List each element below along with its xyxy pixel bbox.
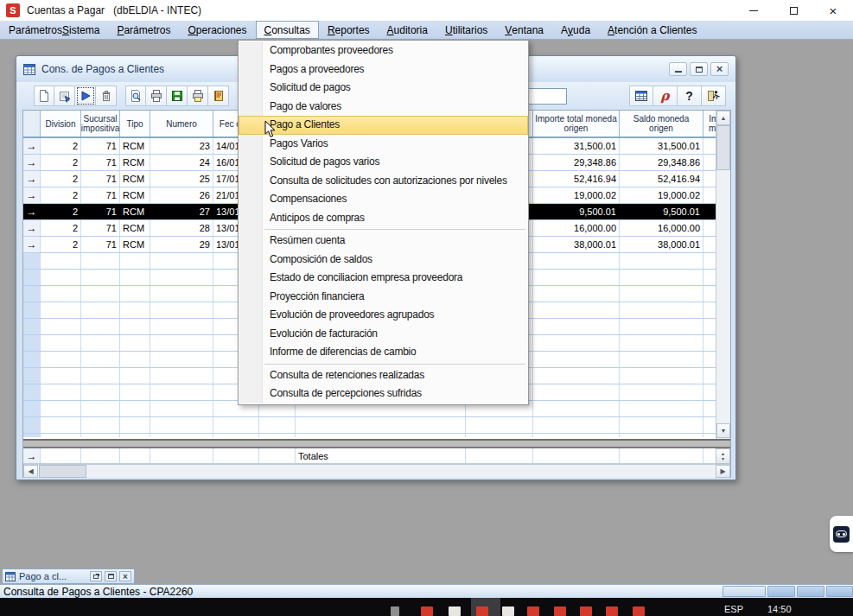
minimize-button[interactable] bbox=[734, 0, 773, 21]
menu-item-compensaciones[interactable]: Compensaciones bbox=[239, 190, 528, 209]
scroll-down-button[interactable]: ▼ bbox=[716, 423, 730, 438]
cell-importe bbox=[533, 319, 620, 334]
menu-atencion-a-clientes[interactable]: Atención a Clientes bbox=[599, 21, 705, 39]
taskbar-icon-stub[interactable] bbox=[606, 606, 618, 616]
new-document-button[interactable] bbox=[34, 86, 54, 106]
scroll-left-button[interactable]: ◀ bbox=[23, 465, 38, 478]
menu-parametros-sistema[interactable]: Parámetros Sistema bbox=[0, 21, 108, 39]
taskbar-icon-stub[interactable] bbox=[449, 606, 461, 616]
cell-sucursal: 71 bbox=[81, 171, 120, 187]
cell-saldo bbox=[620, 368, 703, 384]
table-row[interactable]: →Totales bbox=[23, 448, 716, 464]
menu-item-anticipos-de-compras[interactable]: Anticipos de compras bbox=[239, 209, 528, 228]
print-setup-button[interactable] bbox=[188, 86, 208, 106]
taskbar-icon-stub[interactable] bbox=[421, 606, 433, 616]
menu-utilitarios[interactable]: Utilitarios bbox=[436, 21, 496, 39]
table-row[interactable] bbox=[23, 417, 716, 434]
rho-filter-button[interactable]: ρ bbox=[653, 86, 678, 106]
taskbar-icon-stub[interactable] bbox=[476, 606, 488, 616]
menu-item-solicitud-de-pagos-varios[interactable]: Solicitud de pagos varios bbox=[239, 153, 528, 172]
data-grid-button[interactable] bbox=[629, 86, 653, 106]
menu-auditoria[interactable]: Auditoria bbox=[379, 21, 436, 39]
properties-button[interactable] bbox=[54, 86, 75, 106]
maximize-icon bbox=[790, 7, 798, 15]
child-close-icon: × bbox=[716, 64, 723, 74]
taskbar-icon-stub[interactable] bbox=[580, 606, 592, 616]
save-button[interactable] bbox=[167, 86, 188, 106]
menu-ventana[interactable]: Ventana bbox=[496, 21, 552, 39]
taskbar-icon-stub[interactable] bbox=[391, 606, 399, 616]
cell-division bbox=[41, 417, 81, 433]
menu-item-informe-de-diferencias-de-cambio[interactable]: Informe de diferencias de cambio bbox=[239, 343, 528, 362]
cell-c7 bbox=[259, 417, 296, 433]
menu-item-pago-de-valores[interactable]: Pago de valores bbox=[239, 98, 528, 117]
menu-item-composicion-de-saldos[interactable]: Composición de saldos bbox=[239, 251, 528, 270]
scroll-right-button[interactable]: ▶ bbox=[716, 465, 730, 478]
cell-imp2 bbox=[703, 302, 716, 318]
cell-sucursal bbox=[81, 448, 120, 464]
child-close-button[interactable]: × bbox=[710, 62, 729, 76]
cell-c9 bbox=[466, 417, 533, 433]
menu-item-pagos-a-proveedores[interactable]: Pagos a proveedores bbox=[239, 60, 528, 79]
cell-sel: → bbox=[23, 448, 41, 464]
cell-saldo: 29,348.86 bbox=[620, 155, 703, 170]
menu-item-pago-a-clientes[interactable]: Pago a Clientes bbox=[239, 116, 528, 135]
taskbar-icon-stub[interactable] bbox=[502, 606, 514, 616]
menu-consultas[interactable]: Consultas bbox=[256, 21, 319, 39]
run-button[interactable] bbox=[75, 86, 96, 106]
taskbar-clock[interactable]: 14:50 bbox=[767, 604, 792, 614]
cell-tipo: RCM bbox=[120, 155, 150, 170]
close-icon: × bbox=[123, 573, 128, 581]
exit-run-button[interactable] bbox=[702, 86, 726, 106]
cell-sel bbox=[23, 335, 41, 351]
maximize-button[interactable] bbox=[773, 0, 813, 21]
vertical-scroll-thumb[interactable] bbox=[716, 125, 730, 170]
menu-item-resumen-cuenta[interactable]: Resúmen cuenta bbox=[239, 232, 528, 251]
totals-spinner[interactable]: ▲▼ bbox=[716, 448, 730, 464]
menu-item-estado-de-conciliacion-empresa-proveedora[interactable]: Estado de conciliacion empresa proveedor… bbox=[239, 269, 528, 288]
child-maximize-button[interactable] bbox=[690, 62, 708, 76]
print-icon bbox=[150, 89, 163, 103]
minimized-restore-button[interactable] bbox=[90, 571, 102, 581]
menu-item-evolucion-de-facturacion[interactable]: Evolución de facturación bbox=[239, 325, 528, 344]
delete-button[interactable] bbox=[96, 86, 117, 106]
cell-sucursal bbox=[81, 368, 120, 384]
vertical-scrollbar[interactable]: ▲ ▼ bbox=[716, 111, 730, 439]
scroll-up-button[interactable]: ▲ bbox=[716, 111, 730, 125]
menu-item-consulta-de-solicitudes-con-autorizaciones-por-niveles[interactable]: Consulta de solicitudes con autorizacion… bbox=[239, 172, 528, 191]
menu-item-pagos-varios[interactable]: Pagos Varios bbox=[239, 135, 528, 154]
taskbar-icon-stub[interactable] bbox=[527, 606, 539, 616]
child-minimize-button[interactable] bbox=[669, 62, 687, 76]
print-button[interactable] bbox=[146, 86, 167, 106]
menu-parametros[interactable]: Parámetros bbox=[108, 21, 179, 39]
menu-item-comprobantes-proveedores[interactable]: Comprobantes proveedores bbox=[239, 41, 528, 60]
menu-item-consulta-de-retenciones-realizadas[interactable]: Consulta de retenciones realizadas bbox=[239, 366, 528, 385]
help-button[interactable]: ? bbox=[678, 86, 702, 106]
print-preview-button[interactable] bbox=[125, 86, 146, 106]
cell-tipo bbox=[120, 319, 150, 334]
cell-importe bbox=[533, 286, 620, 302]
minimized-maximize-button[interactable] bbox=[105, 571, 117, 581]
grid-splitter[interactable] bbox=[23, 439, 730, 448]
menu-item-proyeccion-financiera[interactable]: Proyección financiera bbox=[239, 288, 528, 307]
horizontal-scrollbar[interactable]: ◀ ▶ bbox=[23, 464, 730, 478]
cell-numero bbox=[150, 352, 213, 367]
teamviewer-tab[interactable] bbox=[830, 516, 853, 552]
taskbar-icon-stub[interactable] bbox=[554, 606, 566, 616]
taskbar-language[interactable]: ESP bbox=[724, 604, 743, 614]
menu-item-solicitud-de-pagos[interactable]: Solicitud de pagos bbox=[239, 79, 528, 98]
taskbar-icon-stub[interactable] bbox=[633, 606, 645, 616]
menu-reportes[interactable]: Reportes bbox=[319, 21, 379, 39]
menu-ayuda[interactable]: Ayuda bbox=[552, 21, 599, 39]
notes-button[interactable] bbox=[208, 86, 229, 106]
cell-sucursal: 71 bbox=[81, 237, 120, 252]
minimized-window[interactable]: Pago a cl... × bbox=[2, 568, 135, 584]
menu-item-evolucion-de-proveedores-agrupados[interactable]: Evolución de proveedores agrupados bbox=[239, 306, 528, 325]
menu-item-consulta-de-percepciones-sufridas[interactable]: Consulta de percepciones sufridas bbox=[239, 384, 528, 403]
menu-operaciones[interactable]: Operaciones bbox=[179, 21, 255, 39]
column-header-sucursal: Sucursal impositiva bbox=[81, 111, 120, 137]
table-row[interactable] bbox=[23, 434, 716, 437]
horizontal-scroll-thumb[interactable] bbox=[39, 465, 86, 478]
minimized-close-button[interactable]: × bbox=[119, 571, 131, 581]
close-button[interactable]: × bbox=[813, 0, 853, 21]
